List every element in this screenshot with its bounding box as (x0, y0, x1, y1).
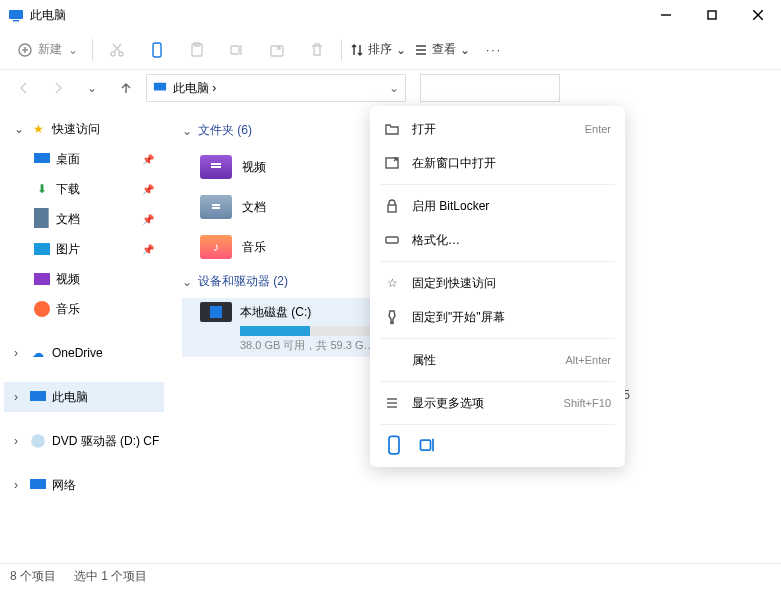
ctx-pinstart[interactable]: 固定到"开始"屏幕 (370, 300, 625, 334)
chevron-down-icon[interactable]: ⌄ (389, 81, 399, 95)
menu-separator (380, 184, 615, 185)
drive-icon (200, 302, 232, 322)
sort-button[interactable]: 排序 ⌄ (350, 41, 406, 58)
sidebar-item-music[interactable]: 音乐 (4, 294, 164, 324)
share-icon (269, 42, 285, 58)
svg-rect-32 (211, 166, 221, 168)
maximize-button[interactable] (689, 0, 735, 30)
svg-rect-33 (212, 204, 220, 206)
rename-icon[interactable] (418, 435, 438, 455)
share-button[interactable] (261, 34, 293, 66)
ctx-bitlocker[interactable]: 启用 BitLocker (370, 189, 625, 223)
cloud-icon: ☁ (30, 345, 46, 361)
pin-icon: 📌 (142, 154, 154, 165)
chevron-right-icon: › (14, 346, 24, 360)
sidebar-item-dvd[interactable]: ›DVD 驱动器 (D:) CF (4, 426, 164, 456)
svg-rect-1 (13, 20, 19, 22)
star-icon: ★ (30, 121, 46, 137)
ctx-more[interactable]: 显示更多选项Shift+F10 (370, 386, 625, 420)
svg-line-11 (114, 44, 121, 52)
rename-button[interactable] (221, 34, 253, 66)
copy-button[interactable] (141, 34, 173, 66)
chevron-right-icon: › (14, 390, 24, 404)
chevron-down-icon: ⌄ (14, 122, 24, 136)
drive-space: 38.0 GB 可用，共 59.3 G… (240, 338, 382, 353)
network-icon (30, 477, 46, 493)
new-window-icon (384, 155, 400, 171)
ctx-pinquick[interactable]: ☆固定到快速访问 (370, 266, 625, 300)
svg-rect-37 (386, 237, 398, 243)
document-icon (34, 211, 50, 227)
sidebar-item-videos[interactable]: 视频 (4, 264, 164, 294)
clipboard-icon (189, 42, 205, 58)
view-icon (414, 43, 428, 57)
close-button[interactable] (735, 0, 781, 30)
rename-icon (229, 42, 245, 58)
picture-icon (34, 241, 50, 257)
pin-icon: 📌 (142, 214, 154, 225)
svg-point-10 (119, 52, 123, 56)
desktop-icon (34, 151, 50, 167)
sidebar-item-desktop[interactable]: 桌面📌 (4, 144, 164, 174)
copy-icon[interactable] (384, 435, 404, 455)
sidebar-item-downloads[interactable]: ⬇下载📌 (4, 174, 164, 204)
ctx-format[interactable]: 格式化… (370, 223, 625, 257)
svg-rect-25 (34, 243, 50, 255)
delete-button[interactable] (301, 34, 333, 66)
paste-button[interactable] (181, 34, 213, 66)
ctx-open[interactable]: 打开Enter (370, 112, 625, 146)
forward-button[interactable] (44, 74, 72, 102)
drive-c[interactable]: 本地磁盘 (C:) 38.0 GB 可用，共 59.3 G… (182, 298, 382, 357)
svg-rect-0 (9, 10, 23, 19)
sidebar-item-documents[interactable]: 文档📌 (4, 204, 164, 234)
minimize-button[interactable] (643, 0, 689, 30)
folder-open-icon (384, 121, 400, 137)
sidebar-item-quick[interactable]: ⌄★快速访问 (4, 114, 164, 144)
cut-button[interactable] (101, 34, 133, 66)
ctx-footer (370, 429, 625, 461)
back-button[interactable] (10, 74, 38, 102)
sidebar: ⌄★快速访问 桌面📌 ⬇下载📌 文档📌 图片📌 视频 音乐 ›☁OneDrive… (0, 106, 168, 563)
download-icon: ⬇ (34, 181, 50, 197)
sidebar-item-thispc[interactable]: ›此电脑 (4, 382, 164, 412)
svg-rect-28 (30, 391, 46, 401)
lock-icon (384, 198, 400, 214)
chevron-right-icon: › (14, 478, 24, 492)
menu-separator (380, 338, 615, 339)
sidebar-item-pictures[interactable]: 图片📌 (4, 234, 164, 264)
drive-icon (384, 232, 400, 248)
ctx-newwindow[interactable]: 在新窗口中打开 (370, 146, 625, 180)
pc-icon (8, 7, 24, 23)
chevron-down-icon: ⌄ (182, 275, 192, 289)
music-icon (34, 301, 50, 317)
star-icon: ☆ (384, 276, 400, 290)
nav-row: ⌄ 此电脑 › ⌄ (0, 70, 781, 106)
svg-rect-3 (708, 11, 716, 19)
plus-circle-icon (18, 43, 32, 57)
svg-rect-31 (211, 163, 221, 165)
up-button[interactable] (112, 74, 140, 102)
music-folder-icon: ♪ (200, 235, 232, 259)
video-folder-icon (200, 155, 232, 179)
chevron-down-icon: ⌄ (460, 43, 470, 57)
chevron-down-icon: ⌄ (68, 43, 78, 57)
recent-button[interactable]: ⌄ (78, 74, 106, 102)
sidebar-item-network[interactable]: ›网络 (4, 470, 164, 500)
new-button[interactable]: 新建 ⌄ (12, 37, 84, 62)
more-button[interactable]: ··· (478, 43, 510, 57)
svg-point-29 (31, 434, 45, 448)
scissors-icon (109, 42, 125, 58)
search-input[interactable] (420, 74, 560, 102)
breadcrumb[interactable]: 此电脑 › (173, 80, 216, 97)
disc-icon (30, 433, 46, 449)
titlebar: 此电脑 (0, 0, 781, 30)
svg-rect-23 (34, 153, 50, 163)
address-bar[interactable]: 此电脑 › ⌄ (146, 74, 406, 102)
pin-icon: 📌 (142, 184, 154, 195)
sidebar-item-onedrive[interactable]: ›☁OneDrive (4, 338, 164, 368)
view-button[interactable]: 查看 ⌄ (414, 41, 470, 58)
ctx-properties[interactable]: 属性Alt+Enter (370, 343, 625, 377)
svg-rect-36 (388, 205, 396, 212)
sort-icon (350, 43, 364, 57)
svg-rect-34 (212, 207, 220, 209)
